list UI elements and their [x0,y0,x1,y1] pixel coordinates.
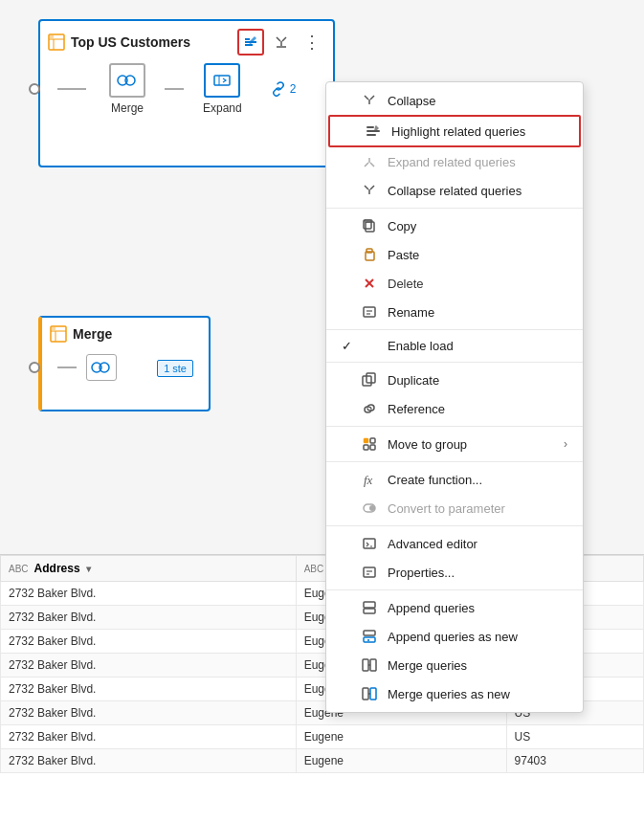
cell-address: 2732 Baker Blvd. [1,582,297,606]
cell-city: Eugene [296,725,506,749]
append-queries-new-icon [361,628,378,645]
menu-item-duplicate[interactable]: Duplicate [326,366,583,394]
col-header-address[interactable]: ABCAddress▾ [1,556,297,582]
menu-item-rename[interactable]: Rename [326,298,583,326]
menu-label-merge-queries-new: Merge queries as new [388,687,567,701]
menu-item-append-queries[interactable]: Append queries [326,593,583,622]
link-badge[interactable]: 2 [271,81,297,97]
svg-rect-42 [364,631,375,635]
reference-icon [361,400,378,417]
merge-table-icon [50,325,67,343]
menu-item-create-function[interactable]: fxCreate function... [326,465,583,494]
card-top-customers: Top US Customers ⋮ [38,19,335,167]
menu-item-reference[interactable]: Reference [326,394,583,423]
menu-label-collapse: Collapse [388,94,567,108]
menu-item-collapse[interactable]: Collapse [326,86,583,115]
menu-item-append-queries-new[interactable]: Append queries as new [326,622,583,651]
svg-rect-39 [364,602,375,608]
menu-label-move-to-group: Move to group [388,437,554,452]
menu-item-merge-queries-new[interactable]: Merge queries as new [326,679,583,708]
menu-label-append-queries: Append queries [388,601,567,615]
merge-step-label: Merge [111,101,144,115]
merge-body: 1 ste [50,350,201,385]
highlight-queries-button[interactable] [237,29,264,56]
col-dropdown-icon[interactable]: ▾ [86,564,91,574]
link-count: 2 [290,82,297,96]
card-merge: Merge 1 ste [38,316,211,411]
menu-separator [326,426,583,427]
svg-rect-44 [363,659,368,671]
menu-item-advanced-editor[interactable]: Advanced editor [326,529,583,558]
menu-label-merge-queries: Merge queries [388,658,567,673]
merge-card-title: Merge [73,326,112,342]
svg-rect-3 [50,35,54,38]
menu-label-delete: Delete [388,277,567,291]
menu-label-expand-related: Expand related queries [388,155,567,169]
cell-address: 2732 Baker Blvd. [1,701,297,725]
menu-item-highlight[interactable]: Highlight related queries [328,115,581,147]
card-merge-header: Merge [50,325,201,343]
menu-item-properties[interactable]: Properties... [326,558,583,587]
menu-item-enable-load[interactable]: ✓Enable load [326,333,583,359]
merge-queries-new-icon [361,685,378,702]
svg-rect-31 [370,445,375,450]
menu-separator [326,461,583,462]
menu-separator [326,208,583,209]
menu-label-paste: Paste [388,248,567,262]
cell-address: 2732 Baker Blvd. [1,654,297,678]
menu-label-enable-load: Enable load [388,339,567,353]
svg-rect-11 [52,327,56,330]
merge-line [57,367,77,368]
properties-icon [361,564,378,581]
expand-step: Expand [203,63,242,115]
menu-label-properties: Properties... [388,566,567,580]
menu-label-advanced-editor: Advanced editor [388,537,567,551]
svg-rect-45 [370,659,376,671]
col-label: Address [34,562,80,575]
card-header-top-customers: Top US Customers ⋮ [48,29,325,56]
menu-arrow-move-to-group: › [564,437,567,451]
menu-label-copy: Copy [388,219,567,233]
merge-step-icon [109,63,145,98]
menu-separator [326,362,583,363]
cell-extra: 97403 [506,749,643,773]
cell-address: 2732 Baker Blvd. [1,749,297,773]
menu-label-rename: Rename [388,305,567,320]
svg-rect-6 [214,76,230,85]
merge-queries-icon [361,656,378,674]
more-options-button[interactable]: ⋮ [299,29,325,56]
rename-icon [361,303,378,321]
cell-address: 2732 Baker Blvd. [1,630,297,654]
card-body: Merge Expand [48,63,325,115]
menu-separator [326,329,583,330]
connector-line2 [165,88,184,90]
collapse-button[interactable] [268,29,295,56]
advanced-editor-icon [361,535,378,552]
svg-rect-35 [364,539,375,548]
menu-label-append-queries-new: Append queries as new [388,630,567,644]
menu-label-duplicate: Duplicate [388,373,567,388]
step-badge: 1 ste [157,360,193,377]
svg-rect-28 [364,438,368,443]
connector-line [57,88,86,90]
move-to-group-icon [361,435,378,453]
svg-rect-47 [370,688,376,700]
svg-rect-23 [364,307,375,317]
svg-rect-17 [366,222,374,232]
menu-item-convert-to-parameter: Convert to parameter [326,494,583,522]
expand-step-label: Expand [203,101,242,115]
menu-label-convert-to-parameter: Convert to parameter [388,501,567,516]
menu-item-collapse-related[interactable]: Collapse related queries [326,176,583,205]
create-function-icon: fx [361,471,378,488]
menu-item-merge-queries[interactable]: Merge queries [326,651,583,679]
col-type: ABC [9,564,29,574]
collapse-icon [361,92,378,109]
merge-connector-dot [29,362,40,373]
menu-check-enable-load: ✓ [342,339,359,353]
menu-item-move-to-group[interactable]: Move to group› [326,430,583,458]
menu-label-create-function: Create function... [388,473,567,487]
menu-item-copy[interactable]: Copy [326,211,583,240]
menu-item-paste[interactable]: Paste [326,240,583,269]
svg-point-34 [369,505,375,511]
menu-item-delete[interactable]: Delete [326,269,583,298]
